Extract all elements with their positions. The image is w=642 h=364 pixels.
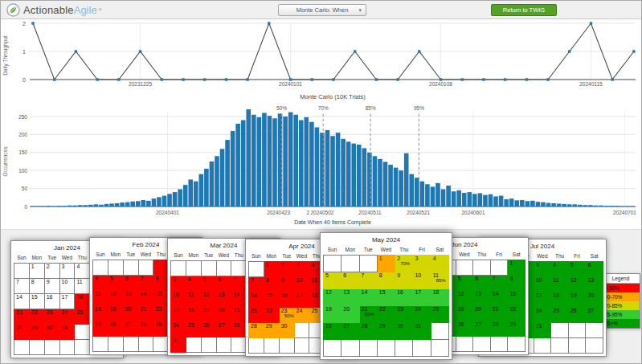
day-cell: 3 — [534, 262, 551, 277]
calendar-card-may-2024[interactable]: May 2024SunMonTueWedThuFriSat1270%345678… — [320, 232, 452, 360]
day-cell: 13 — [216, 292, 231, 307]
day-cell: 1 — [29, 264, 44, 279]
day-cell — [201, 261, 216, 276]
day-cell: 10 — [413, 272, 431, 289]
svg-text:50%: 50% — [276, 105, 287, 111]
day-cell: 17 — [59, 294, 75, 309]
chart-type-dropdown[interactable]: Monte Carlo: When ▾ — [278, 4, 366, 16]
day-cell: 28 — [231, 322, 247, 337]
day-of-week-header: Thu — [153, 251, 169, 260]
day-cell: 270% — [395, 256, 413, 272]
day-cell: 12 — [201, 292, 216, 307]
day-cell: 31 — [413, 323, 431, 340]
day-cell: 7 — [138, 276, 153, 291]
day-cell: 29 — [508, 321, 525, 337]
day-of-week-header: Fri — [490, 251, 508, 260]
day-of-week-header: Sat — [431, 246, 448, 256]
day-of-week-header: Sat — [586, 252, 603, 262]
day-cell: 14 — [490, 291, 508, 306]
day-of-week-header: Wed — [294, 252, 309, 262]
day-cell: 10 — [171, 292, 186, 307]
day-cell: 10 — [59, 279, 75, 294]
day-of-week-header: Wed — [216, 252, 231, 261]
day-cell: 12 — [324, 289, 341, 306]
day-cell: 1 — [508, 260, 525, 276]
day-cell — [324, 256, 341, 272]
day-cell: 5 — [568, 262, 586, 277]
day-cell: 19 — [568, 292, 586, 308]
day-cell: 8 — [29, 279, 44, 294]
monte-carlo-histogram-chart: Monte Carlo (10K Trials)0501001502002505… — [1, 88, 642, 229]
day-cell — [108, 260, 123, 276]
day-cell: 7 — [359, 272, 377, 289]
day-of-week-header: Mon — [29, 254, 44, 264]
svg-text:1: 1 — [22, 49, 26, 55]
day-cell: 12 — [108, 291, 123, 306]
day-cell: 29 — [29, 325, 44, 340]
day-of-week-header: Wed — [377, 246, 395, 256]
day-cell: 20 — [341, 306, 359, 323]
day-cell: 9 — [279, 277, 294, 292]
return-to-twig-button[interactable]: Return to TWIG — [491, 4, 557, 16]
day-cell — [377, 340, 395, 357]
svg-text:20240115: 20240115 — [579, 81, 603, 87]
svg-text:100: 100 — [18, 168, 27, 174]
day-cell: 14 — [231, 292, 247, 307]
day-of-week-header: Wed — [534, 252, 551, 262]
day-cell: 10 — [534, 277, 551, 292]
day-cell: 14 — [138, 291, 153, 306]
day-of-week-header: Tue — [123, 251, 138, 260]
day-cell — [324, 340, 341, 357]
svg-text:150: 150 — [18, 149, 27, 155]
day-cell — [473, 337, 491, 352]
day-cell — [123, 337, 138, 352]
day-cell — [551, 338, 569, 354]
svg-text:85%: 85% — [366, 105, 376, 111]
day-cell: 21 — [138, 306, 153, 321]
logo-trademark: ™ — [98, 7, 102, 12]
day-cell — [586, 338, 603, 354]
day-of-week-header: Fri — [413, 246, 431, 256]
day-cell — [359, 256, 377, 272]
day-cell — [153, 337, 169, 352]
day-cell: 26 — [456, 321, 473, 337]
day-cell: 17 — [413, 289, 431, 306]
day-of-week-header: Wed — [456, 251, 473, 260]
day-cell — [171, 261, 186, 276]
monte-carlo-histogram-svg: Monte Carlo (10K Trials)0501001502002505… — [1, 88, 642, 229]
day-cell: 2 — [44, 264, 59, 279]
chart-type-dropdown-value: Monte Carlo: When — [296, 6, 349, 14]
day-cell: 11 — [551, 277, 569, 292]
day-cell: 3 — [59, 264, 75, 279]
day-cell: 27 — [586, 308, 603, 323]
day-cell: 24 — [294, 308, 309, 323]
day-cell: 10 — [294, 277, 309, 292]
day-cell: 14 — [359, 289, 377, 306]
day-cell: 19 — [201, 307, 216, 322]
app-header: ActionableAgile™ Monte Carlo: When ▾ Ret… — [1, 1, 641, 19]
day-of-week-header: Sat — [508, 251, 525, 260]
day-cell: 9 — [44, 279, 59, 294]
day-cell: 11 — [93, 291, 108, 306]
day-cell: 1 — [153, 260, 169, 276]
day-cell: 15 — [377, 289, 395, 306]
legend-item: 50-70% — [602, 292, 640, 301]
day-cell: 14 — [14, 294, 30, 309]
day-cell: 5 — [201, 276, 216, 292]
day-cell: 20 — [473, 306, 491, 321]
day-of-week-header: Mon — [264, 252, 279, 262]
day-cell: 5 — [108, 276, 123, 291]
day-cell: 18 — [75, 294, 90, 309]
day-of-week-header: Sun — [249, 252, 264, 262]
day-cell: 22 — [377, 306, 395, 323]
day-cell — [14, 340, 30, 355]
day-of-week-header: Wed — [138, 251, 153, 260]
day-cell — [231, 337, 247, 353]
svg-text:20240101: 20240101 — [279, 81, 302, 87]
day-cell — [431, 323, 448, 340]
day-cell: 27 — [473, 321, 491, 337]
legend-item: 70-85% — [602, 301, 640, 310]
day-of-week-header: Sun — [171, 252, 186, 261]
day-of-week-header: Thu — [75, 254, 90, 264]
day-cell: 24 — [534, 308, 551, 323]
